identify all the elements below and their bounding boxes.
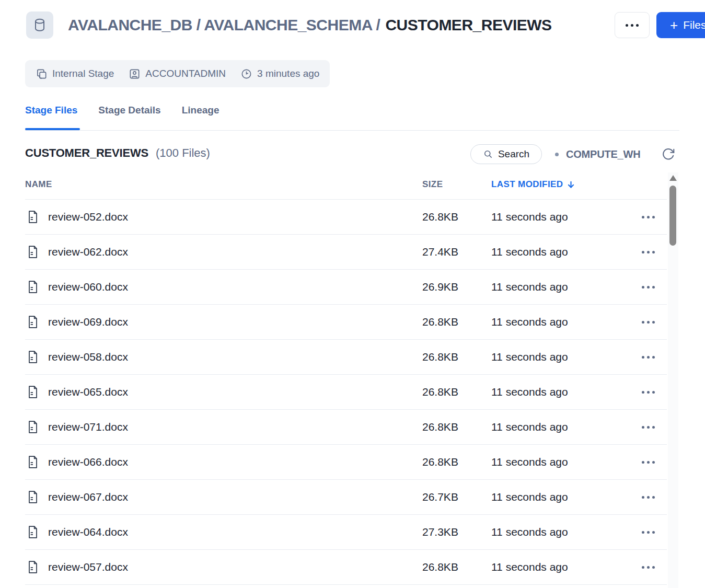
file-size: 27.3KB	[422, 526, 458, 538]
tab-lineage[interactable]: Lineage	[182, 105, 219, 121]
file-modified: 11 seconds ago	[491, 561, 568, 573]
table-row[interactable]: review-062.docx 27.4KB 11 seconds ago	[25, 234, 667, 269]
column-header-size[interactable]: SIZE	[422, 179, 443, 190]
row-actions-button[interactable]	[635, 488, 661, 506]
file-modified: 11 seconds ago	[491, 351, 568, 363]
ellipsis-icon	[642, 216, 644, 218]
file-size: 26.8KB	[422, 421, 458, 433]
tab-stage-files[interactable]: Stage Files	[25, 105, 77, 121]
ellipsis-icon	[642, 461, 644, 464]
file-modified: 11 seconds ago	[491, 526, 568, 538]
role-label: ACCOUNTADMIN	[145, 68, 226, 79]
more-actions-button[interactable]	[615, 12, 650, 38]
table-row[interactable]: review-066.docx 26.8KB 11 seconds ago	[25, 444, 667, 479]
refresh-icon	[662, 147, 675, 161]
file-modified: 11 seconds ago	[491, 211, 568, 223]
ellipsis-icon	[642, 426, 644, 429]
breadcrumb-prefix[interactable]: AVALANCHE_DB / AVALANCHE_SCHEMA /	[68, 16, 380, 34]
table-row[interactable]: review-064.docx 27.3KB 11 seconds ago	[25, 514, 667, 549]
tab-stage-details[interactable]: Stage Details	[98, 105, 160, 121]
document-icon	[27, 280, 39, 294]
row-actions-button[interactable]	[635, 278, 661, 296]
file-name: review-057.docx	[48, 561, 128, 573]
file-list: review-052.docx 26.8KB 11 seconds ago re…	[25, 199, 667, 584]
row-actions-button[interactable]	[635, 243, 661, 261]
warehouse-selector[interactable]: COMPUTE_WH	[555, 144, 640, 164]
file-name: review-062.docx	[48, 246, 128, 258]
table-row[interactable]: review-065.docx 26.8KB 11 seconds ago	[25, 374, 667, 409]
table-row[interactable]: review-057.docx 26.8KB 11 seconds ago	[25, 549, 667, 584]
row-actions-button[interactable]	[635, 207, 661, 226]
section-header: CUSTOMER_REVIEWS (100 Files)	[25, 146, 210, 160]
document-icon	[27, 420, 39, 434]
document-icon	[27, 560, 39, 574]
row-actions-button[interactable]	[635, 453, 661, 471]
file-modified: 11 seconds ago	[491, 421, 568, 433]
ellipsis-icon	[642, 531, 644, 534]
ellipsis-icon	[642, 496, 644, 499]
table-row[interactable]: review-052.docx 26.8KB 11 seconds ago	[25, 199, 667, 234]
stage-meta-bar: Internal Stage ACCOUNTADMIN 3 minutes ag…	[25, 60, 330, 87]
file-name: review-069.docx	[48, 316, 128, 328]
file-size: 26.7KB	[422, 491, 458, 503]
file-name: review-067.docx	[48, 491, 128, 503]
search-icon	[483, 149, 493, 159]
file-modified: 11 seconds ago	[491, 281, 568, 293]
scrollbar[interactable]	[668, 172, 678, 588]
search-button[interactable]: Search	[470, 144, 542, 164]
document-icon	[27, 315, 39, 329]
table-row[interactable]: review-060.docx 26.9KB 11 seconds ago	[25, 269, 667, 304]
ellipsis-icon	[642, 566, 644, 569]
row-actions-button[interactable]	[635, 418, 661, 436]
scroll-up-arrow-icon[interactable]	[669, 175, 677, 181]
ellipsis-icon	[642, 391, 644, 394]
scrollbar-thumb[interactable]	[669, 186, 676, 246]
row-actions-button[interactable]	[635, 383, 661, 401]
updated-label: 3 minutes ago	[257, 68, 319, 79]
file-name: review-052.docx	[48, 211, 128, 223]
add-files-button[interactable]: + Files	[656, 12, 705, 38]
row-actions-button[interactable]	[635, 558, 661, 577]
file-modified: 11 seconds ago	[491, 456, 568, 468]
column-header-name[interactable]: NAME	[25, 179, 52, 190]
column-header-last-modified[interactable]: LAST MODIFIED	[491, 179, 575, 190]
row-actions-button[interactable]	[635, 313, 661, 331]
tab-bar: Stage Files Stage Details Lineage	[25, 105, 219, 121]
file-name: review-058.docx	[48, 351, 128, 363]
role-badge: ACCOUNTADMIN	[129, 68, 226, 80]
row-actions-button[interactable]	[635, 523, 661, 541]
page-title: CUSTOMER_REVIEWS	[385, 16, 551, 34]
file-modified: 11 seconds ago	[491, 386, 568, 398]
warehouse-name: COMPUTE_WH	[566, 148, 640, 160]
row-actions-button[interactable]	[635, 348, 661, 366]
stage-type-label: Internal Stage	[52, 68, 114, 79]
document-icon	[27, 525, 39, 539]
arrow-down-icon	[567, 180, 575, 189]
document-icon	[27, 245, 39, 259]
table-row[interactable]: review-071.docx 26.8KB 11 seconds ago	[25, 409, 667, 444]
breadcrumb: AVALANCHE_DB / AVALANCHE_SCHEMA / CUSTOM…	[68, 11, 552, 39]
table-row[interactable]: review-067.docx 26.7KB 11 seconds ago	[25, 479, 667, 514]
list-bottom-divider	[25, 584, 667, 585]
table-row[interactable]: review-058.docx 26.8KB 11 seconds ago	[25, 339, 667, 374]
stage-files-page: AVALANCHE_DB / AVALANCHE_SCHEMA / CUSTOM…	[0, 0, 705, 588]
file-modified: 11 seconds ago	[491, 246, 568, 258]
refresh-button[interactable]	[661, 146, 676, 162]
file-size: 26.8KB	[422, 561, 458, 573]
file-name: review-060.docx	[48, 281, 128, 293]
stage-name-title: CUSTOMER_REVIEWS	[25, 146, 148, 160]
file-size: 26.9KB	[422, 281, 458, 293]
stage-type-badge: Internal Stage	[36, 68, 114, 80]
file-name: review-066.docx	[48, 456, 128, 468]
ellipsis-icon	[642, 356, 644, 359]
table-row[interactable]: review-069.docx 26.8KB 11 seconds ago	[25, 304, 667, 339]
document-icon	[27, 350, 39, 364]
stage-icon	[36, 68, 48, 80]
document-icon	[27, 385, 39, 399]
file-name: review-071.docx	[48, 421, 128, 433]
file-name: review-064.docx	[48, 526, 128, 538]
file-size: 26.8KB	[422, 351, 458, 363]
file-size: 26.8KB	[422, 456, 458, 468]
database-icon	[26, 11, 53, 39]
plus-icon: +	[670, 18, 678, 32]
